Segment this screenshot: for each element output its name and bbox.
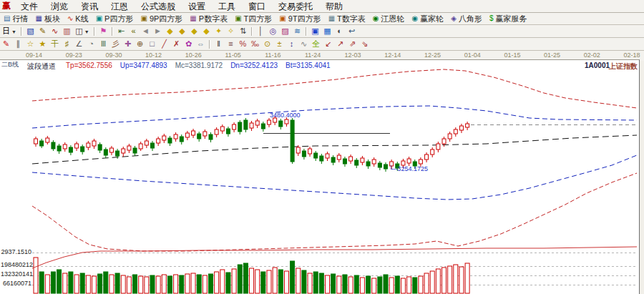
9p-square-button-icon: ▣ [140, 15, 147, 22]
crosshair-icon[interactable]: │ [255, 26, 267, 36]
permille-icon[interactable]: ‰ [249, 39, 261, 49]
wave-count-icon[interactable]: ≋ [291, 26, 303, 36]
pause-tool-icon[interactable]: ‖ [213, 39, 225, 49]
cross-tool-icon[interactable]: ✚ [122, 39, 134, 49]
p-table-button[interactable]: ▦P数字表 [187, 14, 230, 24]
gann-wheel-button[interactable]: ◉江恩轮 [370, 14, 408, 24]
indicator-param-0: Tp=3562.7556 [66, 62, 112, 69]
menu-item-7[interactable]: 窗口 [242, 1, 272, 11]
p-square-button-label: P四方形 [104, 14, 133, 24]
compress-bars-icon[interactable]: ⇅ [237, 26, 249, 36]
angle-tool-icon[interactable]: ∠ [73, 39, 85, 49]
price-chart-svg[interactable] [0, 60, 639, 294]
nav-prev-page-icon[interactable]: « [127, 26, 140, 36]
slash-tool-icon[interactable]: ╱ [158, 39, 170, 49]
grid-layout-icon[interactable]: ▦ [321, 26, 333, 36]
flower-tool-icon[interactable]: ✿ [182, 39, 195, 49]
indicator-name: 波段通道 [27, 62, 56, 72]
flag-icon[interactable]: ⚑ [97, 26, 109, 36]
menu-item-0[interactable]: 文件 [14, 1, 44, 11]
trend-down-icon[interactable]: ⇘ [358, 39, 371, 49]
bars-tool-icon[interactable]: Ⅲ [97, 39, 109, 49]
parallel-lines-icon[interactable]: ∥ [12, 39, 24, 49]
gold-diamond-down-icon[interactable]: ◆ [176, 26, 188, 36]
kline-button[interactable]: ∿K线 [64, 14, 92, 24]
9p-square-button[interactable]: ▣9P四方形 [137, 14, 185, 24]
winner-wheel-button[interactable]: ◉赢家轮 [409, 14, 447, 24]
panel-layout-icon[interactable]: ▣ [309, 26, 321, 36]
nav-prev-icon[interactable]: ◄ [140, 26, 152, 36]
app-logo-icon: 赢 [0, 0, 14, 12]
region-stats-icon[interactable]: ▨ [279, 26, 291, 36]
date-label: 09-30 [105, 52, 122, 59]
chart-area[interactable]: 二B线 波段通道 Tp=3562.7556Up=3477.4893Mc=3381… [0, 59, 640, 294]
nav-first-icon[interactable]: ⇤ [115, 26, 127, 36]
arrow-dl-icon[interactable]: ↙ [322, 39, 334, 49]
trend-up-icon[interactable]: ⇗ [346, 39, 358, 49]
pen-tool-icon[interactable]: ✎ [0, 39, 12, 49]
gold-diamond-right-icon[interactable]: ◆ [200, 26, 213, 36]
p-square-button[interactable]: ▣P四方形 [93, 14, 137, 24]
gann-grid-icon[interactable]: 干 [49, 39, 61, 49]
box-tool-icon[interactable]: □ [146, 39, 158, 49]
wave-tool-icon[interactable]: ∿ [298, 39, 310, 49]
menu-item-9[interactable]: 帮助 [319, 1, 349, 11]
winner-service-button-label: 赢家服务 [496, 14, 527, 24]
winner-wheel-button-label: 赢家轮 [420, 14, 444, 24]
hatch-tool-icon[interactable]: ≡ [225, 39, 237, 49]
winner-service-button[interactable]: $赢家服务 [487, 14, 530, 24]
erase-tool-icon[interactable]: ✗ [170, 39, 182, 49]
undo-view-icon[interactable]: ↩ [346, 26, 358, 36]
fan-lines-icon[interactable]: 彡 [109, 39, 122, 49]
draw-trend-icon[interactable]: ✎ [36, 26, 49, 36]
circle-target-icon[interactable]: ⊕ [134, 39, 146, 49]
gold-cross-icon[interactable]: ✦ [213, 26, 225, 36]
menu-item-6[interactable]: 工具 [212, 1, 242, 11]
arc-tool-icon[interactable]: ◔ [85, 39, 97, 49]
menu-item-2[interactable]: 资讯 [74, 1, 104, 11]
date-label: 01-15 [504, 52, 520, 59]
date-label: 09-23 [66, 52, 82, 59]
percent-icon[interactable]: % [237, 39, 249, 49]
date-label: 02-18 [624, 52, 640, 59]
star-hollow-icon[interactable]: ☆ [24, 39, 36, 49]
toolbar-main: ▤行情▦板块∿K线▣P四方形▣9P四方形▦P数字表▣T四方形▣9T四方形▦T数字… [0, 13, 644, 25]
p-square-button-icon: ▣ [96, 15, 102, 22]
snapshot-icon[interactable]: ◐ [333, 26, 346, 36]
t-square-button[interactable]: ▣T四方形 [232, 14, 275, 24]
octagon-button[interactable]: ◈八角形 [448, 14, 485, 24]
sectors-button[interactable]: ▦板块 [32, 14, 62, 24]
swap-tool-icon[interactable]: ⇔ [195, 39, 207, 49]
candle-type-icon[interactable]: ◫▼ [73, 26, 92, 36]
date-label: 11-24 [305, 52, 321, 59]
grid-lines-icon[interactable]: ♯ [61, 39, 73, 49]
magnifier-icon[interactable]: ◎ [267, 26, 279, 36]
gold-star-icon[interactable]: ✧ [225, 26, 237, 36]
date-label: 11-05 [225, 52, 241, 59]
gold-diamond-left-icon[interactable]: ◆ [188, 26, 200, 36]
star-solid-icon[interactable]: ★ [36, 39, 49, 49]
measure-icon[interactable]: ↕ [286, 39, 298, 49]
winner-service-button-icon: $ [489, 15, 494, 22]
arrow-ur-icon[interactable]: ↗ [334, 39, 346, 49]
menu-item-8[interactable]: 交易委托 [272, 1, 319, 11]
menu-item-4[interactable]: 公式选股 [135, 1, 182, 11]
date-label: 02-02 [584, 52, 600, 59]
gold-minus-icon[interactable]: ± [273, 39, 286, 49]
gold-section-icon[interactable]: ⊙ [261, 39, 273, 49]
wave-chart-icon[interactable]: ∿ [49, 26, 61, 36]
menu-item-1[interactable]: 浏览 [44, 1, 74, 11]
window-map-icon[interactable]: ▧ [24, 26, 36, 36]
full-gold-icon[interactable]: 全 [310, 39, 322, 49]
period-day-dropdown[interactable]: 日▼ [0, 26, 19, 36]
gold-diamond-up-icon[interactable]: ◆ [164, 26, 176, 36]
menu-item-5[interactable]: 设置 [182, 1, 212, 11]
bar-chart-icon[interactable]: ▥ [61, 26, 73, 36]
quotes-button[interactable]: ▤行情 [1, 14, 31, 24]
menu-item-3[interactable]: 江恩 [104, 1, 135, 11]
toolbar-separator [112, 27, 113, 36]
nav-next-icon[interactable]: ► [152, 26, 164, 36]
t-table-button[interactable]: ▦T数字表 [326, 14, 369, 24]
9t-square-button[interactable]: ▣9T四方形 [276, 14, 323, 24]
price-axis-label: 2937.1510 [1, 248, 31, 255]
